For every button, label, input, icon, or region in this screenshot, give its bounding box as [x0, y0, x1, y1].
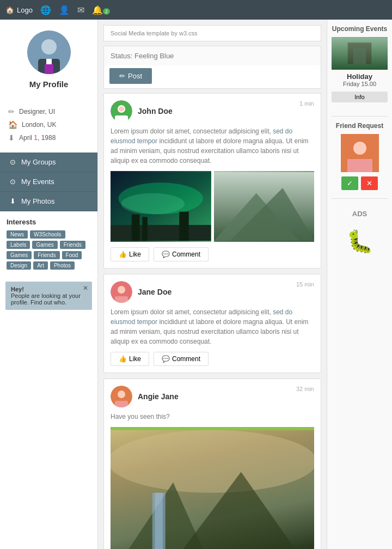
decline-friend-button[interactable]: ✕ — [361, 176, 378, 190]
svg-point-20 — [118, 286, 125, 294]
svg-rect-13 — [132, 215, 140, 241]
globe-icon[interactable]: 🌐 — [40, 5, 51, 15]
event-image — [332, 37, 388, 70]
post-text: Lorem ipsum dolor sit amet, consectetur … — [111, 126, 314, 166]
post-image-waterfall — [111, 427, 314, 549]
post-time: 15 min — [296, 281, 314, 288]
user-icon[interactable]: 👤 — [59, 5, 70, 15]
mail-icon[interactable]: ✉ — [77, 5, 84, 15]
post-button[interactable]: ✏ Post — [109, 68, 152, 84]
pencil-icon: ✏ — [119, 72, 125, 80]
profile-info: ✏ Designer, UI 🏠 London, UK ⬇ April 1, 1… — [0, 102, 97, 147]
sidebar-item-events[interactable]: ⊙ My Events — [0, 172, 97, 192]
tag-labels[interactable]: Labels — [7, 241, 30, 249]
post-header: Angie Jane 32 min — [111, 386, 314, 407]
post-user: John Doe — [111, 100, 173, 122]
svg-rect-36 — [347, 159, 372, 172]
edit-icon: ✏ — [8, 107, 15, 116]
page-header: Social Media template by w3.css — [103, 25, 321, 41]
main-feed: Social Media template by w3.css ✏ Post — [98, 20, 327, 549]
top-navigation: 🏠 Logo 🌐 👤 ✉ 🔔2 — [0, 0, 392, 20]
tag-friends1[interactable]: Friends — [60, 241, 85, 249]
notification-text: People are looking at your profile. Find… — [11, 292, 87, 306]
post-actions: 👍 Like 💬 Comment — [111, 352, 314, 366]
svg-point-11 — [121, 193, 185, 215]
bug-icon: 🐛 — [332, 223, 388, 260]
download-icon: ⬇ — [8, 133, 15, 142]
svg-rect-3 — [46, 59, 52, 64]
user-name: John Doe — [138, 107, 173, 115]
comment-icon: 💬 — [162, 251, 170, 258]
like-icon: 👍 — [119, 251, 127, 258]
avatar — [27, 30, 71, 74]
tag-art[interactable]: Art — [33, 261, 48, 270]
tag-games1[interactable]: Games — [32, 241, 57, 249]
svg-point-26 — [111, 430, 314, 493]
tag-food[interactable]: Food — [62, 251, 82, 259]
post-card: Angie Jane 32 min Have you seen this? — [103, 379, 321, 549]
tag-photos[interactable]: Photos — [50, 261, 75, 270]
tag-w3schools[interactable]: W3Schools — [30, 230, 65, 239]
svg-rect-15 — [179, 212, 188, 241]
friend-actions: ✓ ✕ — [332, 176, 388, 190]
tag-friends2[interactable]: Friends — [34, 251, 59, 259]
profile-location: 🏠 London, UK — [8, 118, 89, 131]
tag-games2[interactable]: Games — [7, 251, 32, 259]
svg-rect-21 — [115, 296, 128, 303]
accept-friend-button[interactable]: ✓ — [341, 176, 358, 190]
notification-box: Hey! ✕ People are looking at your profil… — [5, 282, 92, 310]
profile-birthdate: ⬇ April 1, 1988 — [8, 131, 89, 144]
upcoming-events-title: Upcoming Events — [332, 25, 388, 33]
close-notification-button[interactable]: ✕ — [83, 284, 88, 292]
post-images — [111, 427, 314, 549]
info-button[interactable]: Info — [332, 91, 388, 102]
avatar — [111, 281, 132, 303]
comment-button[interactable]: 💬 Comment — [154, 247, 209, 261]
notification-title: Hey! — [11, 286, 24, 292]
sidebar-item-photos[interactable]: ⬇ My Photos — [0, 192, 97, 211]
ads-section: ADS — [332, 204, 388, 223]
svg-rect-4 — [45, 64, 53, 74]
post-images — [111, 171, 314, 242]
left-sidebar: My Profile ✏ Designer, UI 🏠 London, UK ⬇… — [0, 20, 98, 549]
event-date: Friday 15.00 — [332, 81, 388, 87]
friend-request-title: Friend Request — [332, 122, 388, 130]
event-name: Holiday — [332, 72, 388, 81]
comment-icon: 💬 — [162, 355, 170, 363]
interests-title: Interests — [7, 218, 91, 226]
sidebar-navigation: ⊙ My Groups ⊙ My Events ⬇ My Photos — [0, 152, 97, 211]
post-card: Jane Doe 15 min Lorem ipsum dolor sit am… — [103, 274, 321, 373]
sidebar-item-groups[interactable]: ⊙ My Groups — [0, 152, 97, 172]
svg-rect-12 — [111, 225, 211, 241]
user-name: Angie Jane — [138, 392, 179, 401]
tag-news[interactable]: News — [7, 230, 28, 239]
interests-section: Interests News W3Schools Labels Games Fr… — [0, 211, 97, 276]
events-icon: ⊙ — [10, 178, 16, 186]
like-button[interactable]: 👍 Like — [111, 352, 149, 366]
comment-button[interactable]: 💬 Comment — [154, 352, 209, 366]
bell-icon[interactable]: 🔔2 — [92, 5, 110, 15]
post-actions: 👍 Like 💬 Comment — [111, 247, 314, 261]
svg-point-35 — [353, 142, 366, 155]
svg-rect-7 — [115, 115, 128, 122]
friend-request-section: Friend Request ✓ ✕ — [332, 122, 388, 190]
tag-design[interactable]: Design — [7, 261, 31, 270]
friend-avatar — [341, 134, 379, 172]
svg-rect-24 — [115, 401, 128, 407]
notification-badge: 2 — [103, 8, 110, 15]
svg-point-1 — [41, 39, 57, 54]
photos-icon: ⬇ — [10, 197, 16, 205]
post-image-aurora — [111, 171, 211, 242]
like-icon: 👍 — [119, 355, 127, 363]
like-button[interactable]: 👍 Like — [111, 247, 149, 261]
svg-point-8 — [119, 106, 124, 112]
main-layout: My Profile ✏ Designer, UI 🏠 London, UK ⬇… — [0, 20, 392, 549]
post-card: John Doe 1 min Lorem ipsum dolor sit ame… — [103, 93, 321, 269]
profile-job: ✏ Designer, UI — [8, 105, 89, 118]
svg-point-23 — [118, 391, 125, 398]
post-time: 1 min — [299, 100, 314, 107]
status-input[interactable] — [104, 46, 321, 65]
post-image-mountain — [214, 171, 315, 242]
status-bar: ✏ Post — [103, 46, 321, 89]
logo[interactable]: 🏠 Logo — [5, 6, 33, 14]
